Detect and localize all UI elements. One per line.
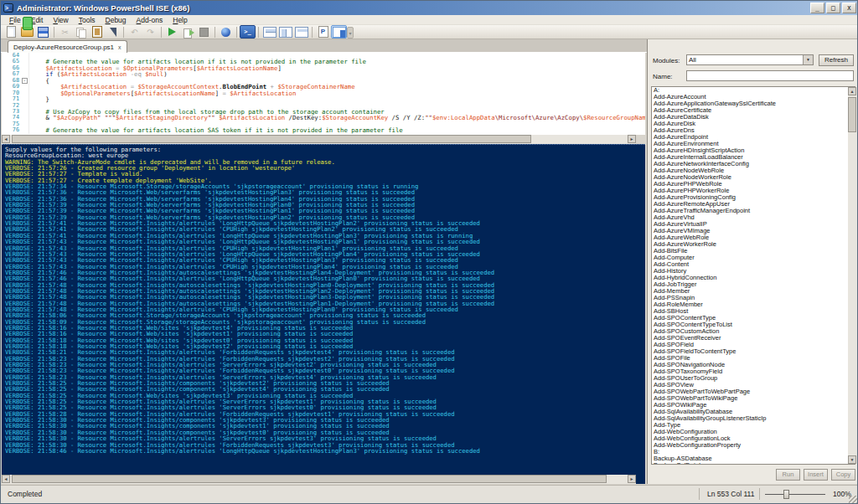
script-tab-close-icon[interactable]: x <box>118 44 121 50</box>
commands-scroll-thumb[interactable] <box>848 97 856 132</box>
clear-console-icon[interactable] <box>105 25 121 39</box>
run-selection-icon[interactable] <box>180 25 196 39</box>
toolbar-separator <box>258 27 259 38</box>
code-line: 76 # Generate the value for artifacts lo… <box>2 127 645 133</box>
new-script-icon[interactable] <box>3 25 19 39</box>
fold-margin <box>22 84 29 90</box>
command-item[interactable]: Add-SqlAvailabilityGroupListenerStaticIp <box>652 415 855 422</box>
layout-script-top-icon[interactable] <box>261 25 277 39</box>
maximize-button[interactable]: □ <box>826 3 840 13</box>
paste-icon[interactable] <box>89 25 105 39</box>
cursor-position: Ln 553 Col 111 <box>707 490 754 498</box>
code-text: # Generate the value for artifacts locat… <box>29 127 403 133</box>
script-tab[interactable]: Deploy-AzureResourceGroup.ps1 x <box>8 40 127 53</box>
copy-icon[interactable] <box>73 25 89 39</box>
console-line: VERBOSE: 21:58:46 - Resource Microsoft.I… <box>5 448 633 454</box>
window-title: Administrator: Windows PowerShell ISE (x… <box>17 3 809 13</box>
command-item[interactable]: Backup-SqlDatabase <box>652 462 855 465</box>
commands-panel: Modules: All ▼ Refresh Name: A:Add-Azure… <box>647 39 858 484</box>
menu-bar: FileEditViewToolsDebugAdd-onsHelp <box>1 15 858 25</box>
script-editor[interactable]: 6465 # Generate the value for artifacts … <box>2 53 645 135</box>
powershell-ise-window: >_ Administrator: Windows PowerShell ISE… <box>0 0 858 504</box>
command-item[interactable]: Add-WebConfigurationProperty <box>652 442 855 449</box>
status-text: Completed <box>8 490 42 498</box>
commands-list[interactable]: A:Add-AzureAccountAdd-AzureApplicationGa… <box>651 86 855 465</box>
toolbar-separator <box>123 27 124 38</box>
code-text: & "$AzCopyPath" """$ArtifactStagingDirec… <box>29 115 645 121</box>
commands-scrollbar[interactable]: ▲ ▼ <box>848 87 857 464</box>
fold-margin <box>22 103 29 109</box>
fold-margin <box>22 115 29 121</box>
copy-button[interactable]: Copy <box>831 469 855 481</box>
fold-margin: - <box>22 78 29 84</box>
fold-margin <box>22 53 29 59</box>
cut-icon[interactable]: ✂ <box>57 25 73 39</box>
menu-debug[interactable]: Debug <box>101 16 132 24</box>
menu-help[interactable]: Help <box>168 16 192 24</box>
scroll-left-icon[interactable]: ◄ <box>2 135 10 143</box>
code-text: $OptionalParameters[$ArtifactsLocationNa… <box>29 90 296 96</box>
fold-margin <box>22 127 29 133</box>
save-icon[interactable] <box>35 25 51 39</box>
zoom-slider[interactable] <box>765 494 825 495</box>
console-output: Supply values for the following paramete… <box>5 147 633 454</box>
undo-icon[interactable]: ↶ <box>127 25 142 39</box>
toolbar-separator <box>312 27 313 38</box>
close-button[interactable]: x <box>842 3 856 13</box>
code-line: 67 if ($ArtifactsLocation -eq $null) <box>2 71 645 77</box>
zoom-slider-thumb[interactable] <box>783 490 789 499</box>
editor-hscroll-thumb[interactable] <box>12 135 531 143</box>
stop-icon[interactable] <box>196 25 212 39</box>
app-icon: >_ <box>3 3 13 13</box>
run-script-icon[interactable] <box>164 25 180 39</box>
title-bar[interactable]: >_ Administrator: Windows PowerShell ISE… <box>1 1 858 15</box>
code-text: } <box>29 96 49 102</box>
layout-script-right-icon[interactable] <box>277 25 293 39</box>
console-horizontal-scrollbar[interactable]: ◄ ► <box>2 475 636 484</box>
fold-margin <box>22 65 29 71</box>
chevron-down-icon[interactable]: ▼ <box>803 55 813 64</box>
fold-collapse-icon[interactable]: - <box>22 78 28 84</box>
new-powershell-tab-icon[interactable] <box>315 25 331 39</box>
editor-horizontal-scrollbar[interactable]: ◄ ► <box>2 135 636 144</box>
scroll-right-icon[interactable]: ► <box>628 135 636 143</box>
show-script-pane-icon[interactable] <box>331 25 347 39</box>
start-powershell-icon[interactable] <box>240 25 256 39</box>
insert-button[interactable]: Insert <box>804 469 828 481</box>
console-hscroll-thumb[interactable] <box>12 475 607 483</box>
toolbar-overflow-icon[interactable] <box>347 27 354 39</box>
code-line: 74 & "$AzCopyPath" """$ArtifactStagingDi… <box>2 115 645 121</box>
scroll-left-icon[interactable]: ◄ <box>2 475 10 483</box>
name-label: Name: <box>653 73 673 80</box>
console-pane[interactable]: Supply values for the following paramete… <box>2 144 645 484</box>
layout-script-max-icon[interactable] <box>293 25 309 39</box>
new-remote-powershell-tab-icon[interactable] <box>218 25 234 39</box>
fold-margin <box>22 121 29 127</box>
fold-margin <box>22 90 29 96</box>
scroll-up-icon[interactable]: ▲ <box>848 87 856 95</box>
toolbar-separator <box>161 27 162 38</box>
menu-add-ons[interactable]: Add-ons <box>132 16 168 24</box>
toolbar-separator <box>236 27 237 38</box>
menu-tools[interactable]: Tools <box>74 16 101 24</box>
code-line: 71 } <box>2 96 645 102</box>
cursor-highlight-artifact <box>23 17 33 30</box>
modules-dropdown[interactable]: All ▼ <box>686 54 814 65</box>
resize-grip[interactable] <box>849 496 857 504</box>
modules-value: All <box>687 56 696 64</box>
code-line: 70 $OptionalParameters[$ArtifactsLocatio… <box>2 90 645 96</box>
status-bar: Completed Ln 553 Col 111 100% <box>1 485 858 504</box>
minimize-button[interactable]: _ <box>810 3 824 13</box>
toolbar-separator <box>54 27 54 38</box>
scroll-down-icon[interactable]: ▼ <box>848 455 856 464</box>
run-button[interactable]: Run <box>776 469 800 481</box>
script-tab-label: Deploy-AzureResourceGroup.ps1 <box>13 44 114 51</box>
name-input[interactable] <box>686 70 854 81</box>
menu-view[interactable]: View <box>48 16 73 24</box>
toolbar-separator <box>214 27 215 38</box>
toolbar: ✂↶↷ <box>1 25 858 39</box>
redo-icon[interactable]: ↷ <box>142 25 158 39</box>
refresh-button[interactable]: Refresh <box>819 54 854 66</box>
scroll-right-icon[interactable]: ► <box>628 475 636 483</box>
fold-margin <box>22 96 29 102</box>
